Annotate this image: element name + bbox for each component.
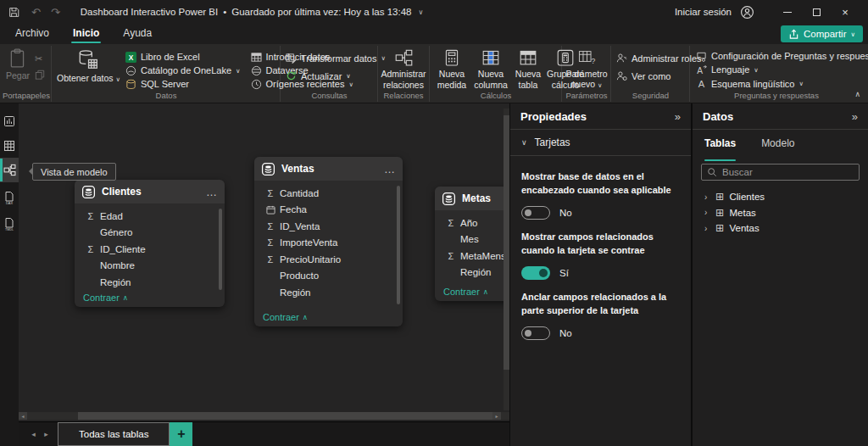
paste-button[interactable]: Pegar <box>6 48 30 90</box>
section-tarjetas[interactable]: ∨ Tarjetas <box>510 130 691 156</box>
toggle-show-related-fields[interactable] <box>521 266 550 280</box>
account-avatar-icon[interactable] <box>740 5 754 20</box>
field-row[interactable]: ΣEdad <box>75 208 225 225</box>
chevron-right-icon[interactable]: › <box>704 224 710 233</box>
chevron-right-icon[interactable]: › <box>704 192 710 202</box>
search-box[interactable] <box>701 164 860 181</box>
tmdl-view-button[interactable]: TMDL <box>0 212 19 237</box>
tab-inicio[interactable]: Inicio <box>73 24 99 44</box>
collapse-up-icon: ∧ <box>303 313 308 321</box>
excel-workbook-button[interactable]: X Libro de Excel <box>125 51 241 63</box>
field-row[interactable]: ΣMetaMensual <box>435 248 509 265</box>
transform-data-button[interactable]: Transformar datos ∨ <box>286 51 386 65</box>
tree-item-clientes[interactable]: › ⊞ Clientes <box>693 189 868 205</box>
add-layout-button[interactable]: + <box>170 422 192 446</box>
card-scrollbar[interactable] <box>397 186 400 304</box>
collapse-panel-icon[interactable]: » <box>675 110 681 123</box>
new-column-button[interactable]: Nueva columna <box>472 48 509 90</box>
vertical-scrollbar-thumb[interactable] <box>504 115 509 370</box>
field-row[interactable]: Vendedor <box>254 301 403 305</box>
search-input[interactable] <box>722 167 849 177</box>
sql-server-button[interactable]: SQL Server <box>125 78 241 90</box>
field-row[interactable]: Mes <box>435 231 509 248</box>
title-dropdown-icon[interactable]: ∨ <box>418 8 423 16</box>
field-row[interactable]: ΣImporteVenta <box>254 235 403 252</box>
ribbon-group-relaciones: Administrar relaciones Relaciones <box>378 46 430 102</box>
table-card-header[interactable]: Clientes … <box>75 180 225 203</box>
copy-icon[interactable] <box>35 67 45 81</box>
report-view-icon <box>3 115 15 127</box>
get-data-button[interactable]: Obtener datos ∨ <box>57 48 120 90</box>
field-row[interactable]: ΣID_Cliente <box>75 241 225 258</box>
field-row[interactable]: Producto <box>254 268 403 285</box>
view-as-button[interactable]: Ver como <box>616 69 702 83</box>
sign-in-link[interactable]: Iniciar sesión <box>675 7 732 17</box>
toggle-pin-related-fields[interactable] <box>521 326 550 340</box>
horizontal-scrollbar-thumb[interactable] <box>78 412 495 420</box>
report-view-button[interactable] <box>0 109 19 133</box>
tree-item-ventas[interactable]: › ⊞ Ventas <box>693 220 868 237</box>
sigma-icon: Σ <box>81 244 100 254</box>
field-row[interactable]: ΣID_Venta <box>254 218 403 235</box>
field-row[interactable]: Región <box>254 284 403 301</box>
qa-settings-button[interactable]: Configuración de Preguntas y respuesta <box>696 50 868 62</box>
minimize-button[interactable] <box>773 1 802 23</box>
tab-prev-icon[interactable]: ◂ <box>27 430 40 438</box>
tab-archivo[interactable]: Archivo <box>15 24 49 44</box>
table-card-header[interactable]: Metas <box>435 187 509 210</box>
undo-icon[interactable]: ↶ <box>31 6 41 19</box>
maximize-button[interactable] <box>802 1 831 23</box>
onelake-catalog-button[interactable]: Catálogo de OneLake ∨ <box>125 64 241 76</box>
scroll-right-icon[interactable]: ▸ <box>492 412 501 420</box>
table-card-ventas[interactable]: Ventas … ΣCantidad Fecha ΣID_Venta ΣImpo… <box>254 157 403 326</box>
field-row[interactable]: ΣAño <box>435 215 509 231</box>
toggle-show-database[interactable] <box>521 206 550 220</box>
layout-tab-todas-las-tablas[interactable]: Todas las tablas <box>58 422 170 446</box>
tab-tablas[interactable]: Tablas <box>704 137 736 157</box>
field-row[interactable]: Género <box>75 225 225 242</box>
table-view-button[interactable] <box>0 133 19 158</box>
more-options-icon[interactable]: … <box>384 163 396 176</box>
table-card-metas[interactable]: Metas ΣAño Mes ΣMetaMensual Región Contr… <box>435 187 509 301</box>
collapse-table-link[interactable]: Contraer∧ <box>263 312 308 322</box>
new-parameter-button[interactable]: ? Parámetro nuevo ∨ <box>565 48 609 90</box>
table-card-header[interactable]: Ventas … <box>254 157 403 181</box>
new-measure-button[interactable]: Nueva medida <box>435 48 469 90</box>
tree-item-metas[interactable]: › ⊞ Metas <box>693 205 868 221</box>
tab-next-icon[interactable]: ▸ <box>40 430 53 438</box>
chevron-right-icon[interactable]: › <box>704 208 710 217</box>
table-card-clientes[interactable]: Clientes … ΣEdad Género ΣID_Cliente Nomb… <box>75 180 225 307</box>
new-table-button[interactable]: Nueva tabla <box>513 48 543 90</box>
field-row[interactable]: ΣPrecioUnitario <box>254 251 403 268</box>
manage-relationships-button[interactable]: Administrar relaciones <box>380 48 427 90</box>
collapse-ribbon-icon[interactable]: ∧ <box>854 90 860 98</box>
close-button[interactable]: × <box>831 1 860 23</box>
model-canvas[interactable]: Vista de modelo Clientes … ΣEdad Género … <box>19 103 509 421</box>
share-button[interactable]: Compartir ∨ <box>781 25 863 42</box>
collapse-table-link[interactable]: Contraer∧ <box>83 293 128 303</box>
save-icon[interactable] <box>8 7 19 18</box>
field-row[interactable]: Fecha <box>254 202 403 219</box>
collapse-panel-icon[interactable]: » <box>852 110 858 123</box>
refresh-icon <box>286 70 297 81</box>
linguistic-schema-button[interactable]: A Esquema lingüístico ∨ <box>696 78 868 90</box>
model-view-button[interactable] <box>0 158 19 182</box>
field-row[interactable]: ΣCantidad <box>254 185 403 202</box>
collapse-table-link[interactable]: Contraer∧ <box>443 287 488 297</box>
setting-label: Mostrar base de datos en el encabezado c… <box>521 170 680 198</box>
field-row[interactable]: Región <box>435 265 509 282</box>
cut-icon[interactable]: ✂ <box>35 52 45 66</box>
tab-ayuda[interactable]: Ayuda <box>123 24 152 44</box>
language-button[interactable]: A Lenguaje ∨ <box>696 64 868 75</box>
manage-roles-button[interactable]: Administrar roles <box>616 51 702 65</box>
sigma-icon: Σ <box>442 218 460 228</box>
field-row[interactable]: Región <box>75 274 225 291</box>
more-options-icon[interactable]: … <box>206 186 218 198</box>
dax-query-view-button[interactable]: DAX <box>0 186 19 210</box>
redo-icon[interactable]: ↷ <box>51 6 60 19</box>
refresh-button[interactable]: Actualizar ∨ <box>286 69 386 83</box>
tab-modelo[interactable]: Modelo <box>761 137 794 157</box>
card-scrollbar[interactable] <box>219 209 222 290</box>
scroll-left-icon[interactable]: ◂ <box>19 412 27 420</box>
field-row[interactable]: Nombre <box>75 258 225 275</box>
